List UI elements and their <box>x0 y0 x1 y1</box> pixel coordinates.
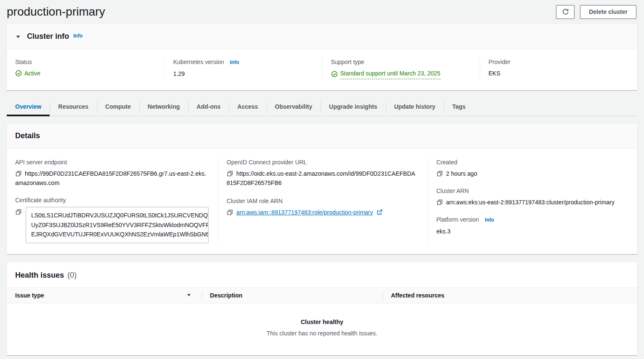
health-issues-empty-state: Cluster healthy This cluster has no repo… <box>7 303 637 355</box>
cluster-arn-value: arn:aws:eks:us-east-2:891377197483:clust… <box>436 198 628 207</box>
certificate-authority-field: Certificate authority LS0tLS1CRUdJTiBDRV… <box>15 196 208 243</box>
platform-version-value: eks.3 <box>436 227 628 236</box>
details-header: Details <box>7 123 637 149</box>
tab-observability[interactable]: Observability <box>267 98 321 116</box>
details-column-2: OpenID Connect provider URL https://oidc… <box>218 158 428 243</box>
status-label: Status <box>15 58 156 66</box>
health-issues-table-header: Issue type Description Affected resource… <box>7 287 637 303</box>
empty-state-title: Cluster healthy <box>7 319 637 325</box>
refresh-button[interactable] <box>556 5 575 19</box>
certificate-authority-value: LS0tLS1CRUdJTiBDRVJUSUZJQ0FURS0tLS0tCk1J… <box>15 207 208 243</box>
api-server-endpoint-field: API server endpoint https://99DF0D231CAE… <box>15 158 208 188</box>
details-title: Details <box>15 131 40 140</box>
cluster-arn-field: Cluster ARN arn:aws:eks:us-east-2:891377… <box>436 187 628 207</box>
tab-add-ons[interactable]: Add-ons <box>188 98 229 116</box>
caret-down-icon <box>15 34 21 40</box>
provider-field: Provider EKS <box>480 58 637 79</box>
provider-value: EKS <box>489 69 629 78</box>
certificate-authority-text: LS0tLS1CRUdJTiBDRVJUSUZJQ0FURS0tLS0tCk1J… <box>26 207 208 243</box>
oidc-url-value: https://oidc.eks.us-east-2.amazonaws.com… <box>227 169 418 188</box>
tab-update-history[interactable]: Update history <box>386 98 444 116</box>
health-issues-section: Health issues (0) Issue type Description… <box>7 262 637 355</box>
check-circle-icon <box>331 71 338 78</box>
copy-icon[interactable] <box>15 170 22 177</box>
copy-icon[interactable] <box>436 199 443 206</box>
copy-icon[interactable] <box>15 209 22 215</box>
tab-bar: Overview Resources Compute Networking Ad… <box>7 98 637 116</box>
kubernetes-version-field: Kubernetes version Info 1.29 <box>164 58 322 79</box>
platform-version-label: Platform version Info <box>436 215 628 224</box>
support-type-value: Standard support until March 23, 2025 <box>331 69 471 79</box>
platform-version-field: Platform version Info eks.3 <box>436 215 628 236</box>
empty-state-message: This cluster has no reported health issu… <box>7 330 637 337</box>
tab-networking[interactable]: Networking <box>139 98 188 116</box>
cluster-iam-role-arn-value: arn:aws:iam::891377197483:role/productio… <box>227 208 418 217</box>
column-header-affected-resources: Affected resources <box>382 288 637 303</box>
external-link-icon[interactable] <box>377 209 383 215</box>
created-value: 2 hours ago <box>436 169 628 178</box>
cluster-iam-role-arn-link[interactable]: arn:aws:iam::891377197483:role/productio… <box>236 209 373 216</box>
cluster-info-header[interactable]: Cluster info Info <box>7 24 637 49</box>
page-header: production-primary Delete cluster <box>0 0 644 24</box>
kubernetes-version-info-link[interactable]: Info <box>230 59 239 65</box>
provider-label: Provider <box>489 58 629 66</box>
tab-access[interactable]: Access <box>229 98 267 116</box>
platform-version-info-link[interactable]: Info <box>485 217 494 223</box>
copy-icon[interactable] <box>227 209 233 216</box>
tab-resources[interactable]: Resources <box>50 98 97 116</box>
support-type-field: Support type Standard support until Marc… <box>322 58 480 79</box>
copy-icon[interactable] <box>436 170 443 177</box>
column-header-description: Description <box>202 288 383 303</box>
tab-overview[interactable]: Overview <box>7 98 50 116</box>
api-server-endpoint-label: API server endpoint <box>15 158 208 166</box>
created-field: Created 2 hours ago <box>436 158 628 178</box>
column-header-issue-type[interactable]: Issue type <box>7 288 202 303</box>
cluster-arn-label: Cluster ARN <box>436 187 628 195</box>
details-column-3: Created 2 hours ago Cluster ARN arn:aws:… <box>428 158 637 243</box>
oidc-url-label: OpenID Connect provider URL <box>227 158 418 166</box>
check-circle-icon <box>15 70 22 77</box>
health-issues-title: Health issues <box>15 271 64 280</box>
delete-cluster-button[interactable]: Delete cluster <box>580 5 636 19</box>
cluster-iam-role-arn-label: Cluster IAM role ARN <box>227 197 418 205</box>
page-title: production-primary <box>7 5 105 19</box>
cluster-iam-role-arn-field: Cluster IAM role ARN arn:aws:iam::891377… <box>227 197 418 217</box>
cluster-info-title: Cluster info <box>27 32 69 41</box>
tab-upgrade-insights[interactable]: Upgrade insights <box>321 98 385 116</box>
sort-descending-icon[interactable] <box>186 292 192 298</box>
tab-compute[interactable]: Compute <box>97 98 139 116</box>
api-server-endpoint-value: https://99DF0D231CAEFBDA815F2D8F26575FB6… <box>15 169 208 188</box>
certificate-authority-label: Certificate authority <box>15 196 208 204</box>
header-actions: Delete cluster <box>556 5 636 19</box>
refresh-icon <box>562 8 569 16</box>
support-type-text[interactable]: Standard support until March 23, 2025 <box>340 69 441 79</box>
status-value: Active <box>15 69 156 78</box>
tab-tags[interactable]: Tags <box>444 98 474 116</box>
cluster-info-grid: Status Active Kubernetes version Info 1.… <box>7 49 637 90</box>
health-issues-count: (0) <box>67 271 77 280</box>
kubernetes-version-value: 1.29 <box>173 69 313 78</box>
cluster-info-section: Cluster info Info Status Active Kubernet… <box>7 24 637 90</box>
oidc-url-field: OpenID Connect provider URL https://oidc… <box>227 158 418 188</box>
support-type-label: Support type <box>331 58 471 66</box>
copy-icon[interactable] <box>227 170 233 177</box>
status-field: Status Active <box>7 58 164 79</box>
cluster-info-info-link[interactable]: Info <box>73 33 83 39</box>
details-column-1: API server endpoint https://99DF0D231CAE… <box>7 158 218 243</box>
created-label: Created <box>436 158 628 166</box>
health-issues-header: Health issues (0) <box>7 262 637 287</box>
kubernetes-version-label: Kubernetes version Info <box>173 58 313 67</box>
status-text: Active <box>24 69 40 78</box>
details-grid: API server endpoint https://99DF0D231CAE… <box>7 149 637 254</box>
details-section: Details API server endpoint https://99DF… <box>7 123 637 254</box>
